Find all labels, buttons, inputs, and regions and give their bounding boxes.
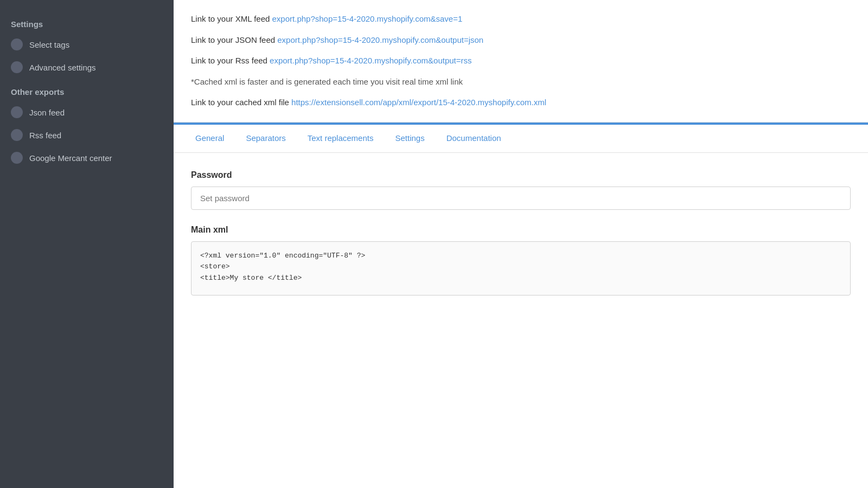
sidebar-section-settings: Settings xyxy=(0,11,174,33)
xml-feed-line: Link to your XML feed export.php?shop=15… xyxy=(191,13,851,25)
sidebar-item-json-feed[interactable]: Json feed xyxy=(0,101,174,124)
sidebar-item-rss-feed[interactable]: Rss feed xyxy=(0,124,174,146)
cached-xml-note: *Cached xml is faster and is generated e… xyxy=(191,76,851,88)
cached-file-prefix: Link to your cached xml file xyxy=(191,98,291,107)
sidebar-dot-icon xyxy=(11,129,23,141)
tab-bar: General Separators Text replacements Set… xyxy=(174,125,868,153)
json-feed-line: Link to your JSON feed export.php?shop=1… xyxy=(191,34,851,47)
password-label: Password xyxy=(191,170,851,180)
cached-file-line: Link to your cached xml file https://ext… xyxy=(191,97,851,109)
xml-feed-prefix: Link to your XML feed xyxy=(191,14,272,23)
sidebar-item-label: Json feed xyxy=(29,108,65,117)
sidebar-dot-icon xyxy=(11,61,23,73)
sidebar-item-label: Advanced settings xyxy=(29,63,96,72)
xml-feed-link[interactable]: export.php?shop=15-4-2020.myshopify.com&… xyxy=(272,14,463,23)
sidebar-item-label: Rss feed xyxy=(29,131,61,140)
tab-settings[interactable]: Settings xyxy=(384,125,435,152)
sidebar-item-google-merchant[interactable]: Google Mercant center xyxy=(0,146,174,169)
tab-general[interactable]: General xyxy=(184,125,235,152)
sidebar-item-select-tags[interactable]: Select tags xyxy=(0,33,174,56)
sidebar-dot-icon xyxy=(11,106,23,118)
tab-separators[interactable]: Separators xyxy=(235,125,296,152)
xml-content-box[interactable]: <?xml version="1.0" encoding="UTF-8" ?> … xyxy=(191,241,851,296)
rss-feed-prefix: Link to your Rss feed xyxy=(191,56,270,65)
cached-file-link[interactable]: https://extensionsell.com/app/xml/export… xyxy=(291,98,546,107)
json-feed-prefix: Link to your JSON feed xyxy=(191,35,277,44)
content-area: Password Main xml <?xml version="1.0" en… xyxy=(174,153,868,489)
json-feed-link[interactable]: export.php?shop=15-4-2020.myshopify.com&… xyxy=(277,35,483,44)
sidebar-dot-icon xyxy=(11,38,23,50)
sidebar-item-label: Google Mercant center xyxy=(29,153,112,163)
sidebar: Settings Select tags Advanced settings O… xyxy=(0,0,174,488)
main-content: Link to your XML feed export.php?shop=15… xyxy=(174,0,868,488)
tab-text-replacements[interactable]: Text replacements xyxy=(297,125,385,152)
rss-feed-link[interactable]: export.php?shop=15-4-2020.myshopify.com&… xyxy=(270,56,471,65)
sidebar-item-label: Select tags xyxy=(29,40,69,49)
password-input[interactable] xyxy=(191,187,851,210)
sidebar-item-advanced-settings[interactable]: Advanced settings xyxy=(0,56,174,79)
xml-line-2: <store> xyxy=(200,261,841,273)
sidebar-dot-icon xyxy=(11,152,23,164)
sidebar-section-other-exports: Other exports xyxy=(0,79,174,101)
tab-documentation[interactable]: Documentation xyxy=(436,125,512,152)
info-panel: Link to your XML feed export.php?shop=15… xyxy=(174,0,868,123)
xml-section-label: Main xml xyxy=(191,225,851,235)
xml-line-1: <?xml version="1.0" encoding="UTF-8" ?> xyxy=(200,251,841,262)
xml-line-3: <title>My store </title> xyxy=(200,273,841,284)
rss-feed-line: Link to your Rss feed export.php?shop=15… xyxy=(191,55,851,67)
